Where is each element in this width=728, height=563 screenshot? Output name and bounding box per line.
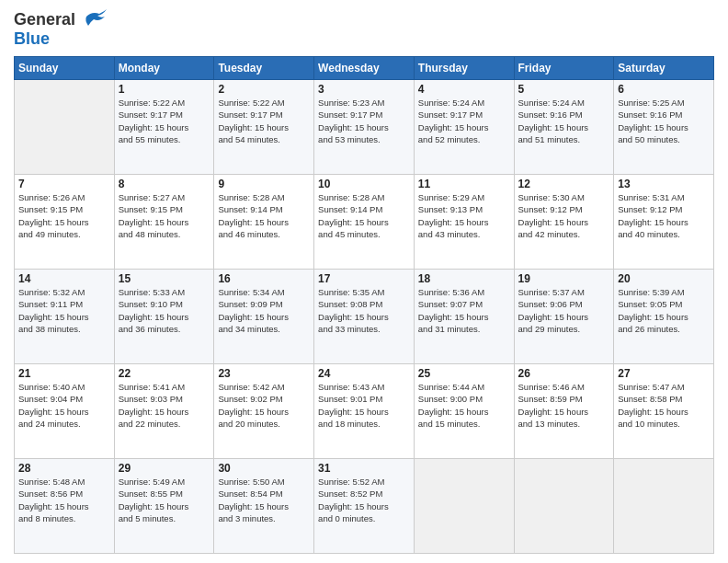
weekday-header: Wednesday [314, 57, 415, 80]
calendar-cell: 25Sunrise: 5:44 AM Sunset: 9:00 PM Dayli… [414, 364, 514, 459]
calendar-cell: 1Sunrise: 5:22 AM Sunset: 9:17 PM Daylig… [114, 80, 214, 175]
calendar-cell: 31Sunrise: 5:52 AM Sunset: 8:52 PM Dayli… [314, 459, 415, 554]
calendar-cell: 20Sunrise: 5:39 AM Sunset: 9:05 PM Dayli… [614, 270, 714, 364]
day-number: 13 [618, 178, 710, 190]
day-info: Sunrise: 5:25 AM Sunset: 9:16 PM Dayligh… [618, 97, 710, 145]
day-number: 24 [318, 367, 410, 380]
day-number: 22 [119, 367, 210, 380]
weekday-header: Tuesday [214, 57, 314, 80]
day-number: 23 [218, 367, 310, 380]
calendar-cell: 11Sunrise: 5:29 AM Sunset: 9:13 PM Dayli… [414, 175, 514, 270]
logo-blue-text: Blue [14, 29, 50, 48]
day-info: Sunrise: 5:30 AM Sunset: 9:12 PM Dayligh… [518, 191, 610, 240]
day-number: 6 [618, 83, 710, 96]
day-number: 9 [218, 178, 310, 190]
page: General Blue SundayMondayTuesdayWednesda… [0, 0, 728, 563]
calendar-cell: 6Sunrise: 5:25 AM Sunset: 9:16 PM Daylig… [614, 80, 714, 175]
day-number: 25 [418, 367, 510, 380]
calendar-cell: 7Sunrise: 5:26 AM Sunset: 9:15 PM Daylig… [15, 175, 115, 270]
day-info: Sunrise: 5:34 AM Sunset: 9:09 PM Dayligh… [218, 286, 310, 335]
day-number: 31 [318, 462, 410, 475]
day-number: 26 [518, 367, 610, 380]
day-number: 12 [518, 178, 610, 190]
calendar-cell [414, 459, 514, 554]
day-number: 15 [119, 272, 210, 285]
day-number: 27 [618, 367, 710, 380]
weekday-header: Sunday [15, 57, 115, 80]
day-info: Sunrise: 5:44 AM Sunset: 9:00 PM Dayligh… [418, 381, 510, 430]
calendar-cell: 21Sunrise: 5:40 AM Sunset: 9:04 PM Dayli… [15, 364, 115, 459]
day-info: Sunrise: 5:35 AM Sunset: 9:08 PM Dayligh… [318, 286, 410, 335]
calendar-cell: 8Sunrise: 5:27 AM Sunset: 9:15 PM Daylig… [114, 175, 214, 270]
day-info: Sunrise: 5:46 AM Sunset: 8:59 PM Dayligh… [518, 381, 610, 430]
weekday-header: Monday [114, 57, 214, 80]
day-number: 2 [218, 83, 310, 96]
calendar-cell: 16Sunrise: 5:34 AM Sunset: 9:09 PM Dayli… [214, 270, 314, 364]
weekday-header: Saturday [614, 57, 714, 80]
calendar-cell: 18Sunrise: 5:36 AM Sunset: 9:07 PM Dayli… [414, 270, 514, 364]
calendar-cell: 30Sunrise: 5:50 AM Sunset: 8:54 PM Dayli… [214, 459, 314, 554]
day-info: Sunrise: 5:29 AM Sunset: 9:13 PM Dayligh… [418, 191, 510, 240]
calendar-cell: 4Sunrise: 5:24 AM Sunset: 9:17 PM Daylig… [414, 80, 514, 175]
day-info: Sunrise: 5:49 AM Sunset: 8:55 PM Dayligh… [119, 476, 210, 524]
day-number: 8 [119, 178, 210, 190]
day-info: Sunrise: 5:42 AM Sunset: 9:02 PM Dayligh… [218, 381, 310, 430]
day-info: Sunrise: 5:22 AM Sunset: 9:17 PM Dayligh… [218, 97, 310, 145]
calendar-cell [614, 459, 714, 554]
calendar-cell: 3Sunrise: 5:23 AM Sunset: 9:17 PM Daylig… [314, 80, 415, 175]
logo-bird-icon [79, 9, 108, 29]
day-number: 17 [318, 272, 410, 285]
calendar-cell: 2Sunrise: 5:22 AM Sunset: 9:17 PM Daylig… [214, 80, 314, 175]
calendar-cell: 24Sunrise: 5:43 AM Sunset: 9:01 PM Dayli… [314, 364, 415, 459]
calendar-cell: 27Sunrise: 5:47 AM Sunset: 8:58 PM Dayli… [614, 364, 714, 459]
calendar-cell: 13Sunrise: 5:31 AM Sunset: 9:12 PM Dayli… [614, 175, 714, 270]
weekday-header: Thursday [414, 57, 514, 80]
day-info: Sunrise: 5:50 AM Sunset: 8:54 PM Dayligh… [218, 476, 310, 524]
day-info: Sunrise: 5:52 AM Sunset: 8:52 PM Dayligh… [318, 476, 410, 524]
day-info: Sunrise: 5:39 AM Sunset: 9:05 PM Dayligh… [618, 286, 710, 335]
calendar-cell: 28Sunrise: 5:48 AM Sunset: 8:56 PM Dayli… [15, 459, 115, 554]
day-info: Sunrise: 5:23 AM Sunset: 9:17 PM Dayligh… [318, 97, 410, 145]
day-info: Sunrise: 5:27 AM Sunset: 9:15 PM Dayligh… [119, 191, 210, 240]
day-info: Sunrise: 5:24 AM Sunset: 9:17 PM Dayligh… [418, 97, 510, 145]
day-info: Sunrise: 5:28 AM Sunset: 9:14 PM Dayligh… [218, 191, 310, 240]
day-info: Sunrise: 5:32 AM Sunset: 9:11 PM Dayligh… [18, 286, 110, 335]
calendar-cell: 5Sunrise: 5:24 AM Sunset: 9:16 PM Daylig… [514, 80, 614, 175]
calendar-cell [514, 459, 614, 554]
day-number: 20 [618, 272, 710, 285]
calendar-cell: 14Sunrise: 5:32 AM Sunset: 9:11 PM Dayli… [15, 270, 115, 364]
calendar-cell: 10Sunrise: 5:28 AM Sunset: 9:14 PM Dayli… [314, 175, 415, 270]
calendar-table: SundayMondayTuesdayWednesdayThursdayFrid… [14, 56, 714, 554]
day-info: Sunrise: 5:41 AM Sunset: 9:03 PM Dayligh… [119, 381, 210, 430]
day-info: Sunrise: 5:47 AM Sunset: 8:58 PM Dayligh… [618, 381, 710, 430]
day-number: 14 [18, 272, 110, 285]
day-number: 4 [418, 83, 510, 96]
day-info: Sunrise: 5:43 AM Sunset: 9:01 PM Dayligh… [318, 381, 410, 430]
day-number: 16 [218, 272, 310, 285]
day-info: Sunrise: 5:24 AM Sunset: 9:16 PM Dayligh… [518, 97, 610, 145]
logo-general-text: General [14, 10, 75, 29]
day-number: 5 [518, 83, 610, 96]
calendar-cell: 29Sunrise: 5:49 AM Sunset: 8:55 PM Dayli… [114, 459, 214, 554]
day-number: 21 [18, 367, 110, 380]
day-info: Sunrise: 5:28 AM Sunset: 9:14 PM Dayligh… [318, 191, 410, 240]
day-number: 11 [418, 178, 510, 190]
day-info: Sunrise: 5:31 AM Sunset: 9:12 PM Dayligh… [618, 191, 710, 240]
day-number: 10 [318, 178, 410, 190]
day-info: Sunrise: 5:26 AM Sunset: 9:15 PM Dayligh… [18, 191, 110, 240]
weekday-header: Friday [514, 57, 614, 80]
calendar-cell: 12Sunrise: 5:30 AM Sunset: 9:12 PM Dayli… [514, 175, 614, 270]
calendar-cell: 26Sunrise: 5:46 AM Sunset: 8:59 PM Dayli… [514, 364, 614, 459]
header: General Blue [14, 9, 714, 49]
day-info: Sunrise: 5:36 AM Sunset: 9:07 PM Dayligh… [418, 286, 510, 335]
day-number: 3 [318, 83, 410, 96]
day-number: 30 [218, 462, 310, 475]
calendar-cell: 19Sunrise: 5:37 AM Sunset: 9:06 PM Dayli… [514, 270, 614, 364]
calendar-cell: 22Sunrise: 5:41 AM Sunset: 9:03 PM Dayli… [114, 364, 214, 459]
day-number: 1 [119, 83, 210, 96]
calendar-cell: 17Sunrise: 5:35 AM Sunset: 9:08 PM Dayli… [314, 270, 415, 364]
day-number: 7 [18, 178, 110, 190]
calendar-cell: 15Sunrise: 5:33 AM Sunset: 9:10 PM Dayli… [114, 270, 214, 364]
day-info: Sunrise: 5:33 AM Sunset: 9:10 PM Dayligh… [119, 286, 210, 335]
calendar-cell: 23Sunrise: 5:42 AM Sunset: 9:02 PM Dayli… [214, 364, 314, 459]
